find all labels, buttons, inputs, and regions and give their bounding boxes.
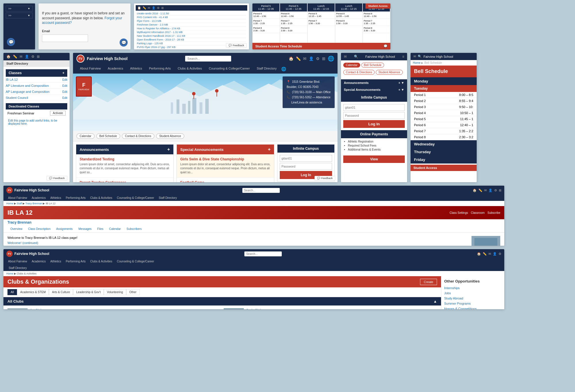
class-mail-icon[interactable]: ✉ — [484, 189, 487, 192]
clubs-person-icon[interactable]: 👤 — [493, 252, 497, 256]
edit-icon-files[interactable]: ✏️ — [143, 6, 146, 9]
tab-messages[interactable]: Messages — [76, 226, 95, 232]
tab-description[interactable]: Class Description — [25, 226, 53, 232]
opp-summer[interactable]: Summer Programs — [444, 302, 501, 305]
nav-btn-1[interactable]: >> ▼ — [6, 6, 33, 11]
file-item-7[interactable]: New Student Handbook 2016-17 - 111 KB — [137, 34, 246, 38]
mobile-mail-icon[interactable]: ✉ — [344, 55, 347, 59]
feedback-btn-sidebar[interactable]: 💬 Feedback — [47, 176, 67, 180]
clubs-nav-arts[interactable]: Performing Arts — [64, 258, 88, 264]
gear-icon-main[interactable]: ⚙ — [316, 56, 320, 61]
file-item-5[interactable]: How to Register for Athletics - 174 KB — [137, 27, 246, 30]
tab-assignments[interactable]: Assignments — [53, 226, 76, 232]
chat-icon-login[interactable]: 💬 — [120, 39, 128, 47]
class-link-4[interactable]: Student Council — [6, 96, 28, 99]
clubs-pencil-icon[interactable]: ✏️ — [483, 252, 487, 256]
clubs-collapse-icon[interactable]: ▲ — [433, 299, 437, 303]
class-nav-arts[interactable]: Performing Arts — [64, 195, 88, 201]
class-nav-about[interactable]: About Fairview — [6, 195, 29, 201]
file-item-4[interactable]: Freshmen Denver - 2.3 MB — [137, 23, 246, 27]
class-gear-icon[interactable]: ⚙ — [494, 189, 497, 192]
clubs-search[interactable] — [244, 251, 282, 256]
bell-mail-icon[interactable]: ✉ — [413, 55, 416, 58]
class-link-1[interactable]: IB LA 12 — [6, 78, 18, 81]
class-nav-athletics[interactable]: Athletics — [48, 195, 64, 201]
edit-page-link[interactable]: Edit this page to add useful links, to b… — [6, 117, 67, 128]
classroom-link[interactable]: Classroom — [471, 211, 485, 214]
quick-link-contact[interactable]: Contact & Directions — [122, 133, 154, 139]
file-item-3[interactable]: Flyer Form - 13.3 MB — [137, 19, 246, 23]
class-grid-icon[interactable]: ⊞ — [499, 189, 501, 192]
class-nav-staff[interactable]: Staff Directory — [156, 195, 179, 201]
person-icon-files[interactable]: 👤 — [152, 6, 155, 9]
opp-internships[interactable]: Internships — [444, 286, 501, 290]
art-club-name[interactable]: Art Club — [30, 308, 42, 309]
activate-btn-1[interactable]: Activate — [50, 111, 66, 116]
class-nav-clubs[interactable]: Clubs & Activities — [88, 195, 115, 201]
clubs-gear-icon[interactable]: ⚙ — [499, 252, 501, 256]
subscribe-link[interactable]: Subscribe — [488, 211, 500, 214]
tab-files[interactable]: Files — [94, 226, 106, 232]
class-settings-link[interactable]: Class Settings — [450, 211, 468, 214]
sidebar-icon-person[interactable]: 👤 — [25, 55, 29, 59]
mobile-menu-icon[interactable]: ≡ — [402, 55, 404, 59]
clubs-bc-home[interactable]: Home — [6, 272, 13, 275]
nav-athletics[interactable]: Athletics — [127, 64, 146, 74]
forgot-password-link[interactable]: Forgot your account password? — [42, 16, 122, 25]
class-edit-1[interactable]: Edit — [62, 78, 67, 81]
welcome-continued[interactable]: Welcome! (continued) — [7, 241, 500, 245]
clubs-nav-clubs[interactable]: Clubs & Activities — [88, 258, 115, 264]
class-edit-3[interactable]: Edit — [62, 90, 67, 93]
special-ann-add-icon[interactable]: + — [268, 147, 271, 152]
nav-academics[interactable]: Academics — [104, 64, 127, 74]
clubs-nav-athletics[interactable]: Athletics — [48, 258, 64, 264]
filter-tab-academics[interactable]: Academics & STEM — [17, 289, 49, 295]
email-input[interactable] — [42, 34, 88, 42]
create-club-btn[interactable]: Create — [420, 279, 437, 285]
sidebar-icon-gear[interactable]: ⚙ — [31, 55, 34, 59]
teacher-name[interactable]: Tracy Brennan — [3, 219, 504, 226]
class-nav-academics[interactable]: Academics — [29, 195, 48, 201]
opp-jobs[interactable]: Jobs — [444, 291, 501, 295]
mobile-special-expand[interactable]: + ▼ — [398, 88, 404, 91]
filter-tab-other[interactable]: Other — [126, 289, 140, 295]
quick-link-absence[interactable]: Student Absence — [156, 133, 184, 139]
mobile-ic-login[interactable]: Log In — [343, 120, 405, 128]
nav-counseling[interactable]: Counseling & College/Career — [205, 64, 253, 74]
gear-icon-files[interactable]: ⚙ — [157, 6, 160, 9]
grid-icon-main[interactable]: ⊞ — [322, 56, 325, 61]
sidebar-icon-grid[interactable]: ⊞ — [37, 55, 40, 59]
search-input-main[interactable] — [185, 56, 231, 62]
tab-subscribers[interactable]: Subscribers — [124, 226, 145, 232]
file-item-8[interactable]: Open Enrollment Form - 2016-17 - 28 KB — [137, 38, 246, 42]
bc-teacher[interactable]: Tracy Brennan — [25, 202, 42, 205]
tab-calendar[interactable]: Calendar — [106, 226, 124, 232]
ic-password[interactable] — [280, 163, 332, 170]
pencil-icon-main[interactable]: ✏️ — [296, 56, 301, 61]
opp-honors[interactable]: Honors & Competitions — [444, 307, 501, 309]
chat-icon-left[interactable]: 💬 — [7, 38, 15, 46]
sidebar-icon-pencil[interactable]: ✏️ — [13, 55, 17, 59]
opp-study-abroad[interactable]: Study Abroad — [444, 297, 501, 300]
class-search[interactable] — [242, 188, 280, 193]
class-edit-2[interactable]: Edit — [62, 84, 67, 87]
filter-tab-all[interactable]: All — [7, 289, 17, 295]
ic-username[interactable] — [280, 155, 332, 162]
mail-icon-main[interactable]: ✉ — [303, 56, 306, 61]
mobile-tag-bell[interactable]: Bell Schedule — [361, 63, 384, 68]
mobile-tag-contact[interactable]: Contact & Directions — [343, 70, 375, 75]
feedback-btn-main[interactable]: 💬 Feedback — [315, 176, 335, 180]
sidebar-nav-staff[interactable]: Staff Directory — [3, 60, 70, 67]
code-club-name[interactable]: Code Club — [246, 308, 262, 309]
class-link-2[interactable]: AP Literature and Composition — [6, 84, 49, 87]
feedback-btn-files[interactable]: 💬 Feedback — [226, 43, 247, 48]
ann-add-icon[interactable]: + — [167, 147, 170, 152]
nav-arts[interactable]: Performing Arts — [145, 64, 174, 74]
clubs-mail-icon[interactable]: ✉ — [488, 252, 491, 256]
bc-home[interactable]: Home — [6, 202, 13, 205]
add-class-btn[interactable]: + — [62, 71, 64, 75]
mobile-ic-password[interactable] — [343, 112, 405, 119]
file-item-1[interactable]: create-rando 2016 - 1:11:50 — [137, 12, 246, 16]
class-person-icon[interactable]: 👤 — [488, 189, 492, 192]
globe-icon-main[interactable]: 🌐 — [328, 55, 334, 62]
